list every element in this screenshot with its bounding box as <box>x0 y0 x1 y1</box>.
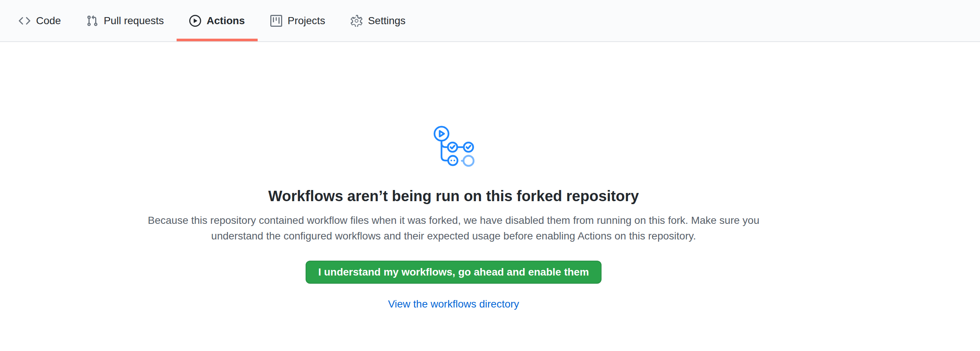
blankslate-description: Because this repository contained workfl… <box>145 213 762 244</box>
play-circle-icon <box>189 15 201 27</box>
project-board-icon <box>270 15 282 27</box>
tab-projects[interactable]: Projects <box>258 0 338 41</box>
enable-button-row: I understand my workflows, go ahead and … <box>0 244 907 284</box>
tab-label: Projects <box>288 16 325 26</box>
view-workflows-directory-link[interactable]: View the workflows directory <box>388 298 519 310</box>
tab-label: Pull requests <box>104 16 164 26</box>
tab-label: Code <box>36 16 61 26</box>
tab-label: Actions <box>207 16 245 26</box>
tab-code[interactable]: Code <box>6 0 73 41</box>
tab-label: Settings <box>368 16 406 26</box>
tab-settings[interactable]: Settings <box>338 0 418 41</box>
git-pull-request-icon <box>86 15 98 27</box>
repo-tab-nav: Code Pull requests Actions Projects Sett… <box>0 0 980 42</box>
tab-actions[interactable]: Actions <box>177 0 258 41</box>
tab-pull-requests[interactable]: Pull requests <box>73 0 177 41</box>
gear-icon <box>351 15 363 27</box>
actions-blankslate: Workflows aren’t being run on this forke… <box>0 42 907 310</box>
workflows-link-row: View the workflows directory <box>0 298 907 310</box>
blankslate-title: Workflows aren’t being run on this forke… <box>0 187 907 205</box>
workflow-graph-icon <box>433 125 475 167</box>
enable-workflows-button[interactable]: I understand my workflows, go ahead and … <box>305 260 601 284</box>
code-icon <box>19 15 30 27</box>
